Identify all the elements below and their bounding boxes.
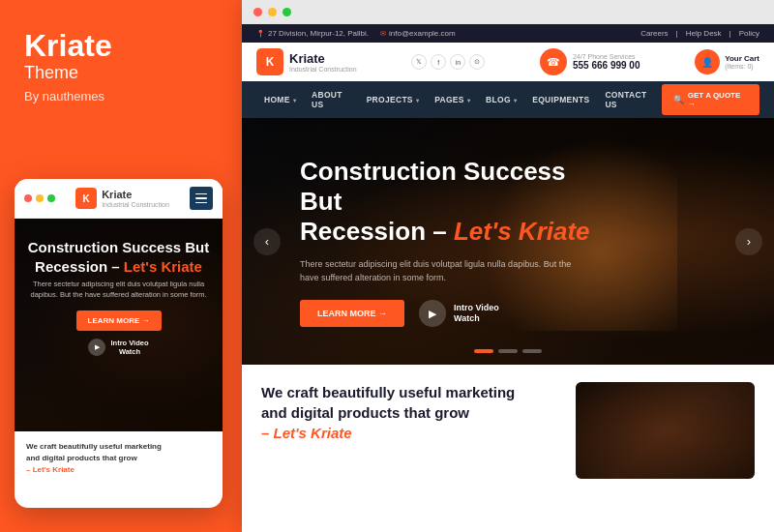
mobile-logo-area: K Kriate Industrial Construction xyxy=(75,188,169,209)
site-bottom: We craft beautifully useful marketing an… xyxy=(242,365,774,496)
email-icon: ✉ xyxy=(380,30,386,38)
mobile-topbar: K Kriate Industrial Construction xyxy=(15,179,223,219)
mobile-logo-wrap: Kriate Industrial Construction xyxy=(102,189,169,207)
hamburger-line xyxy=(195,193,207,195)
home-caret-icon: ▾ xyxy=(293,97,296,103)
hero-slide-dots xyxy=(474,349,542,353)
left-panel: Kriate Theme By nauthemes K Kriate Indus… xyxy=(0,0,237,532)
nav-menu-items: HOME ▾ ABOUT US PROJECTS ▾ PAGES ▾ BLOG … xyxy=(256,81,662,118)
hero-next-button[interactable]: › xyxy=(735,228,762,255)
cart-label[interactable]: Your Cart xyxy=(725,54,759,63)
social-facebook-icon[interactable]: f xyxy=(431,54,446,70)
nav-item-pages[interactable]: PAGES ▾ xyxy=(427,86,478,113)
nav-logo-area: K Kriate Industrial Construction xyxy=(256,48,357,75)
mobile-menu-icon[interactable] xyxy=(190,187,213,210)
topbar-email-text: info@example.com xyxy=(389,29,456,38)
mobile-dot-red xyxy=(24,194,32,202)
site-hero: ‹ › Construction Success But Recession –… xyxy=(242,118,774,365)
mobile-play-icon[interactable]: ▶ xyxy=(88,339,105,356)
hamburger-line xyxy=(195,202,207,204)
cart-sub: (Items: 0) xyxy=(725,63,759,70)
hamburger-line xyxy=(195,197,207,199)
mobile-bottom: We craft beautifully useful marketingand… xyxy=(15,431,223,486)
hero-play-icon: ▶ xyxy=(419,300,446,327)
browser-dot-red[interactable] xyxy=(253,8,262,16)
browser-dot-green[interactable] xyxy=(283,8,291,16)
mobile-mockup: K Kriate Industrial Construction C xyxy=(15,179,223,508)
phone-icon: ☎ xyxy=(540,48,567,75)
nav-logo-icon: K xyxy=(256,48,283,75)
hero-buttons: Learn More → ▶ Intro Video Watch xyxy=(300,300,590,327)
brand-by: By nauthemes xyxy=(24,89,213,103)
get-quote-button[interactable]: 🔍 Get A Quote → xyxy=(662,84,759,115)
hero-video-watch: Watch xyxy=(454,313,499,325)
hero-dot-1[interactable] xyxy=(474,349,493,353)
mobile-hero-content: Construction Success But Recession – Let… xyxy=(15,219,223,366)
hero-title-accent: Let's Kriate xyxy=(454,217,590,246)
mobile-logo-sub: Industrial Construction xyxy=(102,201,169,208)
nav-item-blog[interactable]: BLOG ▾ xyxy=(478,86,524,113)
site-nav-menu: HOME ▾ ABOUT US PROJECTS ▾ PAGES ▾ BLOG … xyxy=(242,81,774,118)
social-twitter-icon[interactable]: 𝕏 xyxy=(411,54,427,70)
mobile-hero-accent: Let's Kriate xyxy=(124,258,202,275)
topbar-address: 📍 27 Division, Mirpur-12, Pallbi. xyxy=(256,29,369,38)
mobile-dot-yellow xyxy=(36,194,44,202)
hero-title-line2: Recession – xyxy=(300,217,447,246)
nav-item-equipments[interactable]: EQUIPMENTS xyxy=(524,86,597,113)
topbar-address-text: 27 Division, Mirpur-12, Pallbi. xyxy=(268,29,369,38)
bottom-heading-line1: We craft beautifully useful marketing xyxy=(261,384,515,400)
hero-description: There sectetur adipiscing elit duis volu… xyxy=(300,257,590,285)
phone-number: 555 666 999 00 xyxy=(573,60,640,71)
social-instagram-icon[interactable]: ⊙ xyxy=(469,54,485,70)
nav-brand-sub: Industrial Construction xyxy=(289,66,357,73)
cart-avatar-icon: 👤 xyxy=(695,49,720,74)
mobile-hero-title-line2: Recession – xyxy=(35,258,120,275)
nav-item-about[interactable]: ABOUT US xyxy=(304,81,359,118)
bottom-heading: We craft beautifully useful marketing an… xyxy=(261,382,556,443)
browser-window: 📍 27 Division, Mirpur-12, Pallbi. ✉ info… xyxy=(242,0,774,532)
nav-item-home[interactable]: HOME ▾ xyxy=(256,86,304,113)
hero-dot-2[interactable] xyxy=(498,349,518,353)
mobile-logo-icon: K xyxy=(75,188,97,209)
right-panel: 📍 27 Division, Mirpur-12, Pallbi. ✉ info… xyxy=(242,0,774,532)
bottom-image-overlay xyxy=(576,382,755,479)
site-navbar: K Kriate Industrial Construction 𝕏 f in … xyxy=(242,43,774,81)
hero-prev-button[interactable]: ‹ xyxy=(253,228,281,255)
mobile-video-label: Intro Video xyxy=(110,339,148,347)
hero-dot-3[interactable] xyxy=(522,349,542,353)
projects-caret-icon: ▾ xyxy=(416,97,419,103)
nav-item-projects[interactable]: PROJECTS ▾ xyxy=(359,86,428,113)
hero-title: Construction Success But Recession – Let… xyxy=(300,157,590,248)
nav-blog-label: BLOG xyxy=(486,95,511,104)
pages-caret-icon: ▾ xyxy=(467,97,470,103)
topbar-policy[interactable]: Policy xyxy=(739,29,759,38)
nav-contact-label: CONTACT US xyxy=(605,90,653,109)
topbar-right: Careers | Help Desk | Policy xyxy=(640,29,759,38)
nav-home-label: HOME xyxy=(264,95,290,104)
nav-item-contact[interactable]: CONTACT US xyxy=(597,81,661,118)
phone-text: 24/7 Phone Services 555 666 999 00 xyxy=(573,53,640,71)
mobile-bottom-accent: – Let's Kriate xyxy=(26,465,74,474)
topbar-email: ✉ info@example.com xyxy=(380,29,456,38)
bottom-image xyxy=(576,382,755,479)
nav-cart-area: 👤 Your Cart (Items: 0) xyxy=(695,49,759,74)
social-linkedin-icon[interactable]: in xyxy=(450,54,465,70)
bottom-text-area: We craft beautifully useful marketing an… xyxy=(261,382,556,447)
nav-brand-name: Kriate xyxy=(289,51,357,66)
hero-content: Construction Success But Recession – Let… xyxy=(242,118,648,356)
browser-dot-yellow[interactable] xyxy=(268,8,277,16)
mobile-hero-title-line1: Construction Success But xyxy=(28,239,210,255)
phone-label: 24/7 Phone Services xyxy=(573,53,640,60)
nav-pages-label: PAGES xyxy=(434,95,464,104)
browser-chrome xyxy=(242,0,774,24)
hero-learn-button[interactable]: Learn More → xyxy=(300,300,404,327)
topbar-careers[interactable]: Careers xyxy=(640,29,668,38)
hero-video-button[interactable]: ▶ Intro Video Watch xyxy=(419,300,499,327)
topbar-helpdesk[interactable]: Help Desk xyxy=(686,29,722,38)
nav-logo-text: Kriate Industrial Construction xyxy=(289,51,357,73)
hero-title-line1: Construction Success But xyxy=(300,157,566,216)
nav-projects-label: PROJECTS xyxy=(367,95,413,104)
cart-text: Your Cart (Items: 0) xyxy=(725,54,759,70)
mobile-learn-button[interactable]: Learn More → xyxy=(76,310,162,331)
topbar-left: 📍 27 Division, Mirpur-12, Pallbi. ✉ info… xyxy=(256,29,456,38)
